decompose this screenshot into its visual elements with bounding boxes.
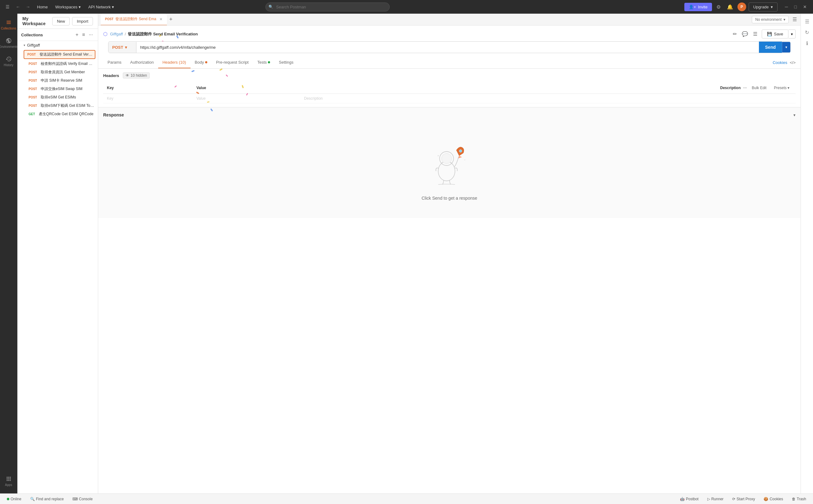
new-button[interactable]: New bbox=[52, 17, 70, 25]
cookies-button[interactable]: 🍪 Cookies bbox=[762, 496, 785, 502]
environments-icon bbox=[6, 38, 12, 44]
request-item-0[interactable]: POST 發送認證郵件 Send Email Verifi... bbox=[24, 50, 95, 59]
method-badge: POST bbox=[27, 79, 38, 83]
workspace-actions: New Import bbox=[52, 17, 93, 25]
back-button[interactable]: ← bbox=[14, 3, 22, 11]
postbot-button[interactable]: 🤖 Postbot bbox=[678, 496, 701, 502]
tab-tests[interactable]: Tests bbox=[253, 57, 275, 68]
collection-giffgaff[interactable]: ▾ Giffgaff bbox=[17, 41, 98, 49]
request-name: 產生QRCode Get ESIM QRCode bbox=[39, 111, 93, 117]
trash-button[interactable]: 🗑 Trash bbox=[790, 496, 808, 502]
headers-section: Headers 👁 10 hidden Key Value De bbox=[98, 69, 801, 107]
collection-icon: ⬡ bbox=[103, 31, 107, 37]
tab-headers[interactable]: Headers (10) bbox=[158, 57, 190, 68]
request-item-6[interactable]: POST 取得eSIM下載碼 Get ESIM Token bbox=[17, 102, 98, 110]
env-dropdown[interactable]: No environment ▾ bbox=[752, 16, 789, 23]
method-selector[interactable]: POST ▾ bbox=[108, 42, 136, 53]
add-tab-button[interactable]: + bbox=[167, 15, 175, 24]
save-dropdown-button[interactable]: ▾ bbox=[788, 30, 796, 39]
upgrade-button[interactable]: Upgrade ▾ bbox=[749, 2, 778, 11]
right-refresh-button[interactable]: ↻ bbox=[802, 27, 811, 38]
runner-button[interactable]: ▷ Runner bbox=[706, 496, 725, 502]
search-input[interactable] bbox=[266, 2, 390, 11]
method-badge: POST bbox=[27, 62, 38, 66]
description-cell: Description bbox=[300, 94, 796, 103]
url-bar-container: POST ▾ Send ▾ bbox=[98, 41, 801, 57]
code-icon[interactable]: </> bbox=[790, 60, 796, 65]
save-button[interactable]: 💾 Save bbox=[762, 30, 788, 39]
start-proxy-button[interactable]: ⟳ Start Proxy bbox=[730, 496, 757, 502]
send-button[interactable]: Send bbox=[759, 42, 782, 53]
maximize-button[interactable]: □ bbox=[792, 3, 799, 11]
sidebar-item-history[interactable]: History bbox=[1, 53, 16, 70]
svg-point-7 bbox=[441, 164, 442, 165]
home-button[interactable]: Home bbox=[34, 3, 50, 11]
request-name: 申請交換eSIM Swap SIM bbox=[41, 86, 82, 92]
minimize-button[interactable]: ─ bbox=[783, 3, 791, 11]
response-section: Response ▾ bbox=[98, 107, 801, 218]
response-chevron-icon[interactable]: ▾ bbox=[793, 113, 796, 117]
titlebar-actions: 👤+ Invite ⚙ 🔔 P Upgrade ▾ ─ □ ✕ bbox=[684, 2, 809, 12]
trash-icon: 🗑 bbox=[792, 497, 796, 501]
hamburger-menu-button[interactable]: ☰ bbox=[4, 3, 11, 11]
invite-button[interactable]: 👤+ Invite bbox=[684, 3, 712, 11]
sidebar-item-apps[interactable]: Apps bbox=[1, 473, 16, 490]
tab-body[interactable]: Body bbox=[190, 57, 212, 68]
console-button[interactable]: ⌨ Console bbox=[70, 496, 94, 502]
right-panel: ☰ ↻ ℹ bbox=[801, 14, 813, 493]
active-request-tab[interactable]: POST 發送認證郵件 Send Ema ✕ bbox=[101, 14, 167, 25]
send-dropdown-button[interactable]: ▾ bbox=[782, 42, 790, 52]
import-button[interactable]: Import bbox=[72, 17, 93, 25]
sort-collections-button[interactable]: ≡ bbox=[81, 31, 86, 38]
request-item-7[interactable]: GET 產生QRCode Get ESIM QRCode bbox=[17, 110, 98, 118]
right-panel-toggle-button[interactable]: ☰ bbox=[802, 16, 812, 27]
environment-panel-button[interactable]: ☰ bbox=[791, 15, 798, 24]
tab-params[interactable]: Params bbox=[103, 57, 126, 68]
find-replace-button[interactable]: 🔍 Find and replace bbox=[28, 496, 66, 502]
online-status[interactable]: Online bbox=[5, 496, 23, 502]
tab-authorization[interactable]: Authorization bbox=[126, 57, 158, 68]
add-collection-button[interactable]: + bbox=[74, 31, 79, 38]
request-item-1[interactable]: POST 檢查郵件認證碼 Verify Email code bbox=[17, 60, 98, 68]
breadcrumb-actions: ✏ 💬 ☰ bbox=[731, 29, 759, 39]
request-item-2[interactable]: POST 取得會員資訊 Get Member bbox=[17, 68, 98, 76]
request-name: 取得eSIM下載碼 Get ESIM Token bbox=[41, 103, 94, 108]
sidebar-item-collections[interactable]: Collections bbox=[1, 16, 16, 33]
tab-settings[interactable]: Settings bbox=[275, 57, 298, 68]
tab-pre-request[interactable]: Pre-request Script bbox=[212, 57, 253, 68]
workspaces-button[interactable]: Workspaces ▾ bbox=[53, 3, 83, 11]
value-column-header: Value bbox=[193, 82, 300, 94]
request-item-3[interactable]: POST 申請 SIM卡 Reserve SIM bbox=[17, 76, 98, 85]
cookies-link[interactable]: Cookies bbox=[773, 60, 787, 65]
online-label: Online bbox=[11, 497, 21, 501]
headers-title-row: Headers 👁 10 hidden bbox=[103, 72, 796, 79]
hidden-headers-badge[interactable]: 👁 10 hidden bbox=[123, 72, 150, 79]
right-info-button[interactable]: ℹ bbox=[804, 38, 811, 49]
request-name: 取得eSIM Get ESIMs bbox=[41, 95, 76, 100]
breadcrumb-collection-link[interactable]: Giffgaff bbox=[110, 32, 123, 36]
save-icon: 💾 bbox=[767, 32, 772, 36]
url-input[interactable] bbox=[136, 42, 759, 53]
apps-icon bbox=[6, 476, 12, 482]
avatar[interactable]: P bbox=[738, 2, 746, 11]
api-network-button[interactable]: API Network ▾ bbox=[86, 3, 116, 11]
settings-button[interactable]: ⚙ bbox=[715, 2, 723, 12]
tab-close-icon[interactable]: ✕ bbox=[159, 17, 162, 21]
notification-button[interactable]: 🔔 bbox=[725, 2, 735, 12]
sidebar-item-environments[interactable]: Environments bbox=[1, 34, 16, 52]
presets-button[interactable]: Presets ▾ bbox=[771, 85, 792, 91]
more-options-button[interactable]: ··· bbox=[88, 31, 94, 38]
edit-button[interactable]: ✏ bbox=[731, 29, 739, 39]
comment-button[interactable]: 💬 bbox=[740, 29, 750, 39]
tests-indicator-dot bbox=[268, 61, 270, 63]
sidebar-right-button[interactable]: ☰ bbox=[751, 29, 759, 39]
url-bar: POST ▾ Send ▾ bbox=[108, 41, 791, 53]
more-options-icon[interactable]: ··· bbox=[743, 85, 747, 90]
sidebar-icons: Collections Environments History Apps bbox=[0, 14, 17, 493]
bulk-edit-button[interactable]: Bulk Edit bbox=[749, 85, 769, 91]
close-button[interactable]: ✕ bbox=[801, 3, 809, 11]
request-item-4[interactable]: POST 申請交換eSIM Swap SIM bbox=[17, 85, 98, 93]
request-item-5[interactable]: POST 取得eSIM Get ESIMs bbox=[17, 93, 98, 102]
response-empty-text: Click Send to get a response bbox=[422, 196, 477, 201]
forward-button[interactable]: → bbox=[24, 3, 32, 11]
